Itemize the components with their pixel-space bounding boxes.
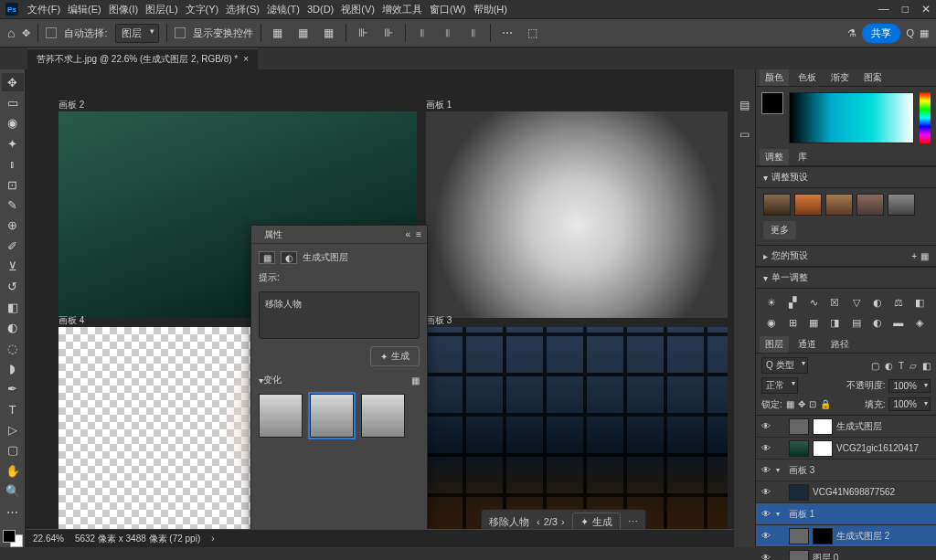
align-left-icon[interactable]: ▦	[269, 24, 287, 42]
layer-name[interactable]: 图层 0	[813, 552, 838, 561]
auto-select-dropdown[interactable]: 图层	[115, 24, 159, 43]
single-adjust-header[interactable]: ▾ 单一调整	[756, 267, 936, 289]
add-preset-icon[interactable]: +	[911, 251, 917, 261]
gradients-tab[interactable]: 渐变	[825, 69, 855, 86]
layers-tab[interactable]: 图层	[760, 336, 789, 353]
gen-prompt-text[interactable]: 移除人物	[489, 515, 529, 529]
color-field[interactable]	[789, 92, 914, 143]
history-panel-icon[interactable]: ▤	[737, 97, 753, 113]
menu-layer[interactable]: 图层(L)	[142, 3, 181, 16]
layer-name[interactable]: 画板 3	[789, 464, 814, 477]
layer-name[interactable]: 生成式图层	[836, 420, 882, 433]
share-button[interactable]: 共享	[862, 24, 900, 43]
variation-thumb-1[interactable]	[259, 394, 303, 438]
layer-filter-dropdown[interactable]: Q 类型	[761, 357, 808, 374]
3d-mode-icon[interactable]: ⬚	[524, 24, 542, 42]
close-button[interactable]: ✕	[921, 3, 931, 16]
curves-icon[interactable]: ∿	[805, 294, 822, 311]
menu-file[interactable]: 文件(F)	[24, 3, 64, 16]
layer-name[interactable]: 画板 1	[789, 508, 814, 521]
frame-tool[interactable]: ⊡	[2, 175, 24, 194]
path-tool[interactable]: ▷	[2, 420, 24, 438]
mask-thumb[interactable]	[813, 418, 833, 435]
filter-smart-icon[interactable]: ◧	[922, 361, 931, 371]
history-brush-tool[interactable]: ↺	[2, 278, 24, 296]
variation-thumb-3[interactable]	[361, 394, 405, 438]
hue-slider[interactable]	[920, 92, 931, 143]
align-center-icon[interactable]: ▦	[294, 24, 313, 42]
opacity-input[interactable]: 100%	[888, 379, 931, 393]
chevron-down-icon[interactable]: ▾	[776, 510, 785, 518]
blur-tool[interactable]: ◌	[2, 339, 24, 357]
fill-input[interactable]: 100%	[888, 397, 931, 411]
stamp-tool[interactable]: ⊻	[2, 257, 24, 275]
foreground-color[interactable]	[3, 530, 16, 543]
crop-tool[interactable]: ⫾	[2, 155, 24, 174]
search-icon[interactable]: Q	[906, 27, 914, 38]
layer-row[interactable]: 👁 VCG21gic16120417	[756, 438, 936, 460]
properties-tab[interactable]: 属性	[257, 225, 290, 245]
visibility-icon[interactable]: 👁	[760, 443, 772, 453]
threshold-icon[interactable]: ◐	[869, 314, 886, 331]
gen-next-icon[interactable]: ›	[561, 516, 565, 527]
layer-name[interactable]: 生成式图层 2	[836, 530, 889, 543]
visibility-icon[interactable]: 👁	[760, 421, 772, 431]
menu-image[interactable]: 图像(I)	[105, 3, 142, 16]
adjustments-tab[interactable]: 调整	[760, 149, 789, 165]
gen-more-icon[interactable]: ⋯	[628, 516, 638, 528]
invert-icon[interactable]: ◨	[826, 314, 843, 331]
eraser-tool[interactable]: ◧	[2, 298, 24, 316]
variation-thumb-2[interactable]	[310, 394, 354, 438]
distribute-icon-2[interactable]: ⊪	[379, 24, 398, 42]
document-info[interactable]: 5632 像素 x 3488 像素 (72 ppi)	[75, 533, 200, 545]
prompt-input[interactable]: 移除人物	[259, 291, 420, 339]
menu-view[interactable]: 视图(V)	[337, 3, 378, 16]
color-swatches[interactable]	[3, 530, 23, 547]
channels-tab[interactable]: 通道	[792, 336, 822, 353]
artboard-3[interactable]: 画板 3 移除人物 ‹ 2/3 › ✦ 生成 ⋯	[426, 327, 728, 534]
visibility-icon[interactable]: 👁	[760, 553, 772, 560]
layer-thumb[interactable]	[789, 550, 809, 561]
grid-icon[interactable]: ▦	[920, 251, 929, 261]
lock-all-icon[interactable]: 🔒	[820, 399, 831, 409]
menu-select[interactable]: 选择(S)	[222, 3, 263, 16]
maximize-button[interactable]: □	[902, 3, 909, 16]
eyedropper-tool[interactable]: ✎	[2, 195, 24, 214]
mask-thumb[interactable]	[813, 528, 833, 544]
artboard-1-label[interactable]: 画板 1	[426, 99, 452, 111]
menu-type[interactable]: 文字(Y)	[182, 3, 223, 16]
preset-thumb[interactable]	[856, 194, 884, 216]
chevron-down-icon[interactable]: ▾	[776, 466, 785, 474]
align-bottom-icon[interactable]: ⫴	[464, 24, 483, 42]
gen-prev-icon[interactable]: ‹	[537, 516, 540, 527]
align-top-icon[interactable]: ⫴	[413, 24, 431, 42]
exposure-icon[interactable]: ☒	[826, 294, 843, 311]
mask-thumb[interactable]	[813, 440, 833, 457]
more-align-icon[interactable]: ⋯	[498, 24, 516, 42]
document-tab[interactable]: 苦荞不求上.jpg @ 22.6% (生成式图层 2, RGB/8) * ×	[27, 48, 258, 69]
patterns-tab[interactable]: 图案	[858, 69, 888, 86]
visibility-icon[interactable]: 👁	[760, 531, 772, 541]
menu-window[interactable]: 窗口(W)	[426, 3, 470, 16]
brush-tool[interactable]: ✐	[2, 237, 24, 255]
bw-icon[interactable]: ◧	[911, 294, 928, 311]
adjustment-presets-header[interactable]: ▾ 调整预设	[756, 166, 936, 188]
layer-row[interactable]: 👁 VCG41N698877562	[756, 481, 936, 503]
filter-image-icon[interactable]: ▢	[871, 361, 879, 371]
lookup-icon[interactable]: ▦	[805, 314, 822, 331]
balance-icon[interactable]: ⚖	[890, 294, 907, 311]
home-icon[interactable]: ⌂	[7, 26, 15, 40]
minimize-button[interactable]: —	[878, 3, 889, 16]
selective-icon[interactable]: ◈	[911, 314, 928, 331]
hand-tool[interactable]: ✋	[2, 461, 24, 480]
your-presets-header[interactable]: ▸ 您的预设 + ▦	[756, 245, 936, 267]
artboard-2-label[interactable]: 画板 2	[58, 99, 84, 111]
move-tool[interactable]: ✥	[2, 73, 24, 91]
gradient-tool[interactable]: ◐	[2, 319, 24, 337]
preset-thumb[interactable]	[763, 194, 791, 216]
show-transform-checkbox[interactable]	[175, 27, 186, 38]
layer-row[interactable]: 👁 生成式图层 2	[756, 525, 936, 547]
libraries-tab[interactable]: 库	[792, 149, 813, 165]
shape-tool[interactable]: ▢	[2, 441, 24, 460]
swatches-tab[interactable]: 色板	[792, 69, 822, 86]
